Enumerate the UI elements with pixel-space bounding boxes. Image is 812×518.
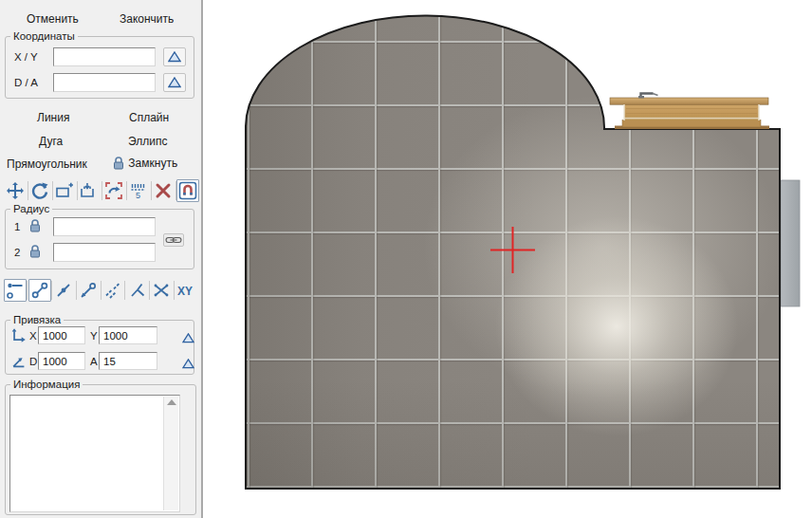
measure-button[interactable]: 5 <box>127 179 150 202</box>
radius1-input[interactable] <box>53 217 156 236</box>
ellipse-tool-button[interactable]: Эллипс <box>128 135 167 148</box>
edit-toolbar: 5 <box>4 178 199 203</box>
snap-node-icon <box>6 281 25 300</box>
snap-node-toggle[interactable] <box>4 279 27 302</box>
delta-icon <box>168 51 181 63</box>
binding-group-title: Привязка <box>10 314 64 325</box>
move-button[interactable] <box>4 179 27 202</box>
snap-bisector-button[interactable] <box>126 279 149 302</box>
snap-toolbar: XY <box>4 278 199 303</box>
radius2-label: 2 <box>14 247 20 258</box>
link-radii-button[interactable] <box>163 233 184 247</box>
magnet-snap-toggle[interactable] <box>176 179 199 202</box>
info-scrollbar[interactable] <box>163 397 178 510</box>
rectangle-plus-icon <box>55 181 74 200</box>
snap-segment-toggle[interactable] <box>28 279 51 302</box>
cancel-button[interactable]: Отменить <box>27 12 79 26</box>
tool-panel: Отменить Закончить Координаты X / Y D / … <box>0 0 203 518</box>
delta-icon <box>168 77 181 88</box>
snap-xy-button[interactable]: XY <box>175 279 199 302</box>
snap-xy-icon: XY <box>175 281 198 300</box>
binding-y-input[interactable] <box>99 326 157 344</box>
binding-x-input[interactable] <box>38 326 85 344</box>
rotate-button[interactable] <box>28 179 51 202</box>
finish-button[interactable]: Закончить <box>120 12 174 26</box>
snap-midpoint-button[interactable] <box>53 279 76 302</box>
chain-link-icon <box>165 235 182 245</box>
rotate-selection-button[interactable] <box>102 179 125 202</box>
binding-xy-apply-button[interactable] <box>178 328 197 347</box>
ruler-icon: 5 <box>129 181 148 200</box>
canvas-area <box>205 0 812 518</box>
coordinates-group: Координаты X / Y D / A <box>5 36 194 99</box>
info-group: Информация <box>5 384 196 515</box>
snap-intersection-button[interactable] <box>150 279 173 302</box>
da-label: D / A <box>14 77 38 88</box>
copy-contour-button[interactable] <box>53 179 76 202</box>
rotate-selection-icon <box>104 181 123 200</box>
da-apply-button[interactable] <box>163 73 186 92</box>
rectangle-arrow-icon <box>80 181 99 200</box>
ruler-label: 5 <box>136 191 140 200</box>
binding-d-input[interactable] <box>38 352 85 370</box>
delete-x-icon <box>154 181 173 200</box>
countertop <box>610 98 769 129</box>
arc-tool-button[interactable]: Дуга <box>39 135 63 148</box>
radius1-label: 1 <box>14 221 20 232</box>
delta-icon <box>182 333 194 343</box>
grid-step-icon <box>10 327 28 344</box>
snap-parallel-button[interactable] <box>102 279 124 302</box>
radius-group: Радиус 1 2 <box>5 209 194 269</box>
xy-apply-button[interactable] <box>163 47 186 66</box>
paste-contour-button[interactable] <box>78 179 101 202</box>
binding-da-apply-button[interactable] <box>178 354 197 373</box>
lock-icon <box>28 244 42 258</box>
xy-input[interactable] <box>53 47 156 66</box>
snap-tangent-button[interactable] <box>77 279 100 302</box>
rectangle-tool-button[interactable]: Прямоугольник <box>7 157 87 171</box>
snap-midpoint-icon <box>54 281 73 300</box>
delete-button[interactable] <box>152 179 175 202</box>
delta-icon <box>182 359 194 369</box>
magnet-icon <box>178 181 197 200</box>
binding-y-label: Y <box>90 330 98 342</box>
line-tool-button[interactable]: Линия <box>37 111 69 124</box>
binding-a-input[interactable] <box>99 352 157 370</box>
snap-intersection-icon <box>152 281 171 300</box>
info-textarea[interactable] <box>9 395 180 512</box>
close-contour-label: Замкнуть <box>128 157 177 170</box>
radius2-input[interactable] <box>53 243 156 262</box>
snap-xy-label: XY <box>177 285 193 298</box>
snap-parallel-icon <box>103 281 122 300</box>
spline-tool-button[interactable]: Сплайн <box>129 111 169 124</box>
info-group-title: Информация <box>10 379 83 390</box>
snap-tangent-icon <box>79 281 98 300</box>
scroll-up-icon <box>167 399 176 405</box>
lock-icon <box>28 218 42 232</box>
binding-group: Привязка X Y D A <box>5 320 194 375</box>
drawing-canvas[interactable] <box>205 0 812 518</box>
binding-x-label: X <box>29 330 37 342</box>
coordinates-group-title: Координаты <box>10 30 78 42</box>
rotate-icon <box>30 181 49 200</box>
binding-a-label: A <box>90 356 98 367</box>
xy-label: X / Y <box>14 51 38 63</box>
snap-segment-icon <box>30 281 49 300</box>
move-icon <box>6 181 25 200</box>
lock-icon <box>112 156 125 170</box>
side-panel-object <box>781 180 800 306</box>
radius-group-title: Радиус <box>10 203 52 214</box>
angle-step-icon <box>10 352 28 369</box>
snap-bisector-icon <box>128 281 147 300</box>
close-contour-button[interactable]: Замкнуть <box>112 156 177 170</box>
da-input[interactable] <box>53 73 156 92</box>
binding-d-label: D <box>29 356 37 367</box>
